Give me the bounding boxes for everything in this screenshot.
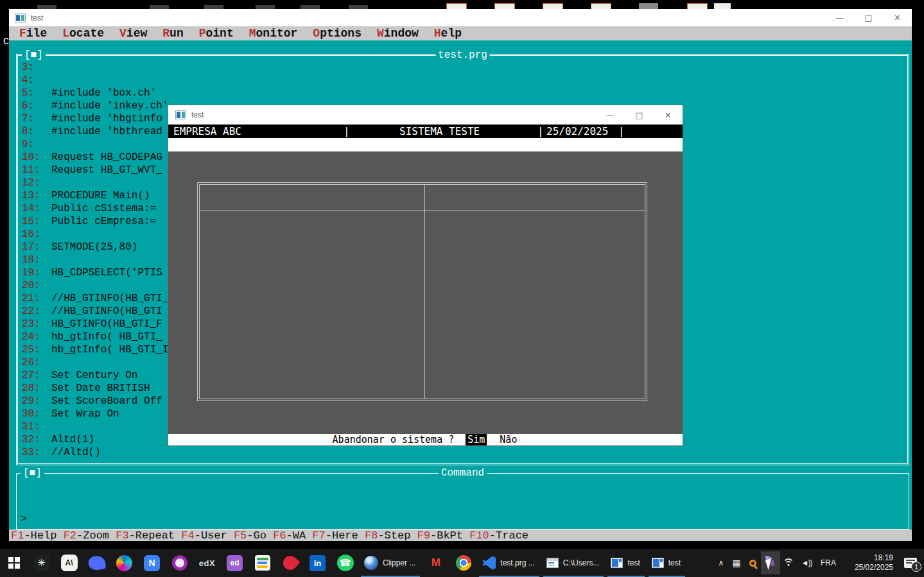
n-app-icon: N <box>144 555 160 571</box>
colored-bars-icon <box>255 555 270 571</box>
notification-center[interactable]: 1 <box>897 549 924 577</box>
close-button[interactable]: ✕ <box>654 105 683 125</box>
menu-item[interactable]: Run <box>162 27 183 40</box>
command-panel-title: Command <box>439 467 487 479</box>
command-panel[interactable]: [■] Command > <box>16 473 909 530</box>
taskbar-button-console[interactable]: C:\Users... <box>541 549 606 577</box>
taskbar-notion[interactable]: N <box>138 549 166 577</box>
line-number: 30: <box>19 408 51 420</box>
vscode-icon <box>482 556 496 570</box>
taskbar-button-test-2[interactable]: test <box>647 549 687 577</box>
taskbar-copilot[interactable] <box>110 549 138 577</box>
line-code: PROCEDURE Main() <box>51 189 150 202</box>
line-number: 13: <box>19 189 51 202</box>
taskbar-deepseek[interactable] <box>83 549 110 577</box>
deepseek-whale-icon <box>87 555 106 571</box>
line-code: hb_gtInfo( HB_GTI_I <box>51 343 168 356</box>
line-code: Public cEmpresa:= <box>51 215 156 228</box>
line-number: 16: <box>19 228 51 241</box>
menu-item[interactable]: Locate <box>62 27 104 40</box>
minimize-button[interactable]: — <box>825 9 854 26</box>
desktop-icon-nub <box>591 3 611 9</box>
app-icon <box>15 13 26 22</box>
taskbar-button-test-1[interactable]: test <box>606 549 646 577</box>
taskbar-button-label: test.prg ... <box>500 558 534 567</box>
taskbar-gmail[interactable]: M <box>422 549 449 577</box>
close-button[interactable]: ✕ <box>883 9 912 26</box>
line-code: #include 'inkey.ch' <box>51 99 168 112</box>
menu-item[interactable]: Window <box>377 27 419 40</box>
menu-item[interactable]: Point <box>199 27 234 40</box>
line-code: SETMODE(25,80) <box>51 241 137 254</box>
taskbar-claude[interactable]: A\ <box>55 549 83 577</box>
line-code: Set ScoreBoard Off <box>51 395 162 408</box>
desktop-stray-char: C <box>3 37 9 47</box>
taskbar-chatgpt[interactable]: ✳ <box>28 549 55 577</box>
volume-icon[interactable]: ◄)) <box>797 549 816 577</box>
line-code: HB_CDPSELECT('PTIS <box>51 266 162 279</box>
taskbar-ring-app[interactable] <box>166 549 193 577</box>
fkey-hint: F3-Repeat <box>116 530 181 542</box>
taskbar-edx[interactable]: edX <box>193 549 221 577</box>
line-number: 9: <box>19 138 51 151</box>
language-indicator[interactable]: FRA <box>816 549 841 577</box>
debugger-titlebar: test — □ ✕ <box>9 9 912 26</box>
menu-item[interactable]: View <box>119 27 147 40</box>
line-number: 12: <box>19 177 51 189</box>
menu-item[interactable]: Monitor <box>249 27 298 40</box>
header-separator: | <box>618 125 625 138</box>
taskbar-button-label: test <box>627 558 640 567</box>
menu-item[interactable]: File <box>19 27 47 40</box>
fkey-hint: F4-User <box>181 530 234 542</box>
line-number: 20: <box>19 279 51 292</box>
line-number: 19: <box>19 266 51 279</box>
taskbar-whatsapp[interactable]: ☎ <box>331 549 359 577</box>
clock[interactable]: 18:19 25/02/2025 <box>841 549 897 577</box>
tray-chevron-icon[interactable]: ∧ <box>713 549 729 577</box>
tray-date: 25/02/2025 <box>855 563 893 573</box>
pen-tray-icon[interactable] <box>761 551 780 574</box>
tray-time: 18:19 <box>874 553 893 563</box>
command-prompt[interactable]: > <box>21 513 27 525</box>
fkey-hint: F10-Trace <box>469 530 528 542</box>
source-panel-title: test.prg <box>435 49 490 62</box>
chrome-icon <box>456 555 471 571</box>
maximize-button[interactable]: □ <box>625 105 654 125</box>
exit-yes-option[interactable]: Sim <box>466 434 487 445</box>
taskbar-red-bird-app[interactable] <box>276 549 304 577</box>
start-button[interactable] <box>0 549 28 577</box>
line-number: 28: <box>19 382 51 395</box>
line-code: Altd(1) <box>51 433 94 446</box>
taskbar-chrome[interactable] <box>449 549 477 577</box>
maximize-button[interactable]: □ <box>854 9 883 26</box>
linkedin-icon: in <box>309 555 326 571</box>
globe-icon <box>364 556 378 570</box>
line-number: 27: <box>19 369 51 382</box>
purple-ring-icon <box>172 555 187 571</box>
browse-frame-inner <box>199 184 645 399</box>
menu-item[interactable]: Help <box>434 27 462 40</box>
window-app-icon <box>611 558 623 568</box>
minimize-button[interactable]: — <box>596 105 625 125</box>
header-separator: | <box>344 125 350 138</box>
touch-keyboard-icon[interactable]: ▦ <box>729 549 744 577</box>
menu-item[interactable]: Options <box>313 27 362 40</box>
taskbar-button-label: test <box>668 558 681 567</box>
line-number: 3: <box>19 61 51 74</box>
desktop-icon-nub <box>639 3 658 9</box>
taskbar-button-clipper[interactable]: Clipper ... <box>359 549 422 577</box>
taskbar-sheets-app[interactable] <box>248 549 276 577</box>
wifi-icon[interactable] <box>780 556 797 569</box>
panel-close-box[interactable]: [■] <box>22 49 46 62</box>
program-blank-row <box>168 138 683 151</box>
taskbar-ed[interactable]: ed <box>221 549 248 577</box>
taskbar-button-vscode[interactable]: test.prg ... <box>477 549 541 577</box>
notification-badge: 1 <box>911 562 921 572</box>
line-number: 29: <box>19 395 51 408</box>
line-number: 21: <box>19 292 51 305</box>
search-icon[interactable] <box>744 549 761 577</box>
taskbar-linkedin[interactable]: in <box>304 549 331 577</box>
line-number: 11: <box>19 164 51 177</box>
exit-no-option[interactable]: Não <box>498 434 518 445</box>
panel-close-box[interactable]: [■] <box>21 467 44 479</box>
